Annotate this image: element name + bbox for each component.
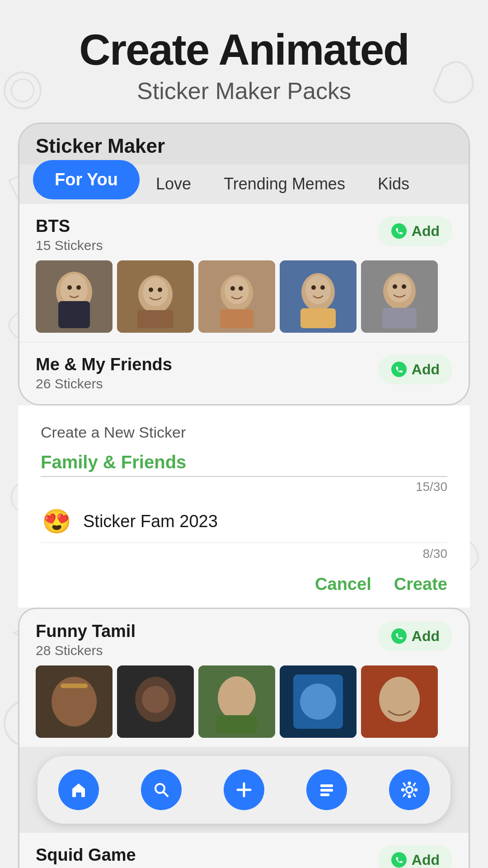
svg-rect-32 — [300, 308, 336, 328]
friends-pack-count: 26 Stickers — [36, 376, 172, 392]
funny-tamil-pack-card: Funny Tamil 28 Stickers Add — [19, 609, 469, 747]
sticker-thumb-5[interactable] — [361, 260, 438, 333]
tab-kids[interactable]: Kids — [361, 165, 426, 203]
add-icon-circle — [224, 769, 264, 810]
tabs-row: For You Love Trending Memes Kids — [19, 165, 469, 204]
bts-stickers-row — [36, 260, 452, 333]
friends-add-button[interactable]: Add — [378, 355, 452, 384]
create-button[interactable]: Create — [394, 575, 447, 594]
tab-for-you[interactable]: For You — [33, 160, 140, 199]
svg-point-64 — [391, 852, 407, 868]
pack-char-count-2: 8/30 — [41, 547, 447, 561]
svg-point-40 — [391, 628, 407, 644]
page-subtitle: Sticker Maker Packs — [18, 77, 470, 104]
sticker-thumb-4[interactable] — [280, 260, 357, 333]
tamil-thumb-5[interactable] — [361, 665, 438, 738]
collection-icon — [317, 780, 337, 800]
svg-point-23 — [225, 277, 249, 304]
nav-add[interactable] — [210, 765, 278, 815]
sticker-thumb-1[interactable] — [36, 260, 113, 333]
nav-settings[interactable] — [375, 765, 443, 815]
sticker-thumb-2[interactable] — [117, 260, 194, 333]
whatsapp-icon — [391, 223, 407, 239]
phone-mockup: Sticker Maker For You Love Trending Meme… — [18, 123, 470, 406]
pack-emoji: 😍 — [41, 508, 72, 535]
gear-icon — [399, 780, 419, 800]
search-icon — [151, 780, 171, 800]
whatsapp-icon-2 — [391, 361, 407, 377]
tamil-thumb-3[interactable] — [198, 665, 275, 738]
tamil-thumb-1[interactable] — [36, 665, 113, 738]
svg-point-8 — [391, 223, 407, 239]
svg-point-25 — [239, 286, 243, 291]
svg-point-24 — [230, 286, 235, 291]
app-title: Sticker Maker — [36, 135, 165, 157]
tab-trending[interactable]: Trending Memes — [207, 165, 361, 203]
svg-point-31 — [320, 285, 325, 290]
svg-point-37 — [402, 284, 406, 289]
sticker-thumb-3[interactable] — [198, 260, 275, 333]
svg-rect-59 — [320, 784, 333, 787]
svg-point-29 — [305, 275, 331, 304]
svg-point-36 — [393, 284, 397, 289]
tamil-thumb-4[interactable] — [280, 665, 357, 738]
collection-icon-circle — [306, 769, 347, 810]
svg-point-39 — [391, 362, 407, 377]
nav-collection[interactable] — [293, 765, 361, 815]
settings-icon-circle — [389, 769, 430, 810]
create-sticker-modal: Create a New Sticker 15/30 😍 Sticker Fam… — [18, 406, 470, 608]
tamil-thumb-2[interactable] — [117, 665, 194, 738]
page-title: Create Animated — [18, 27, 470, 73]
bts-pack-count: 15 Stickers — [36, 238, 103, 253]
svg-rect-20 — [137, 310, 174, 328]
svg-point-48 — [218, 676, 256, 720]
svg-point-30 — [311, 285, 316, 290]
svg-point-12 — [67, 285, 72, 290]
svg-point-11 — [61, 274, 88, 306]
squid-game-pack-card: Squid Game Add — [19, 833, 469, 868]
search-icon-circle — [141, 769, 182, 810]
pack-item-row: 😍 Sticker Fam 2023 — [41, 508, 447, 535]
funny-tamil-pack-name: Funny Tamil — [36, 622, 136, 641]
svg-point-17 — [143, 278, 168, 307]
whatsapp-icon-4 — [391, 852, 407, 868]
bottom-navigation — [38, 756, 450, 824]
whatsapp-icon-3 — [391, 628, 407, 644]
tab-love[interactable]: Love — [140, 165, 207, 203]
pack-divider — [41, 542, 447, 543]
modal-actions: Cancel Create — [41, 575, 447, 594]
cancel-button[interactable]: Cancel — [315, 575, 371, 594]
svg-rect-49 — [216, 715, 257, 733]
squid-pack-name: Squid Game — [36, 845, 136, 865]
home-icon — [69, 780, 89, 800]
svg-rect-61 — [320, 793, 329, 796]
nav-search[interactable] — [127, 765, 195, 815]
funny-tamil-add-button[interactable]: Add — [378, 622, 452, 651]
funny-tamil-pack-count: 28 Stickers — [36, 643, 136, 658]
svg-point-13 — [76, 285, 81, 290]
friends-pack-name: Me & My Friends — [36, 355, 172, 374]
bts-pack-card: BTS 15 Stickers Add — [19, 204, 469, 342]
svg-point-18 — [149, 288, 153, 292]
squid-add-button[interactable]: Add — [378, 845, 452, 868]
svg-point-52 — [300, 684, 336, 720]
pack-name-input[interactable] — [41, 448, 447, 477]
nav-home[interactable] — [45, 765, 113, 815]
svg-point-35 — [387, 275, 412, 302]
pack-name-char-count: 15/30 — [41, 480, 447, 494]
svg-point-46 — [142, 686, 169, 713]
svg-rect-26 — [220, 309, 253, 328]
home-icon-circle — [58, 769, 99, 810]
bts-pack-name: BTS — [36, 217, 103, 236]
friends-pack-card: Me & My Friends 26 Stickers Add — [19, 342, 469, 404]
svg-rect-14 — [58, 301, 90, 328]
create-sticker-label: Create a New Sticker — [41, 424, 447, 441]
pack-name-display: Sticker Fam 2023 — [83, 512, 447, 531]
svg-line-56 — [163, 792, 168, 796]
add-icon — [234, 780, 254, 800]
svg-rect-43 — [61, 684, 88, 688]
bts-add-button[interactable]: Add — [378, 217, 452, 246]
svg-point-19 — [158, 288, 162, 292]
svg-rect-38 — [382, 308, 417, 328]
funny-tamil-stickers-row — [36, 665, 452, 738]
